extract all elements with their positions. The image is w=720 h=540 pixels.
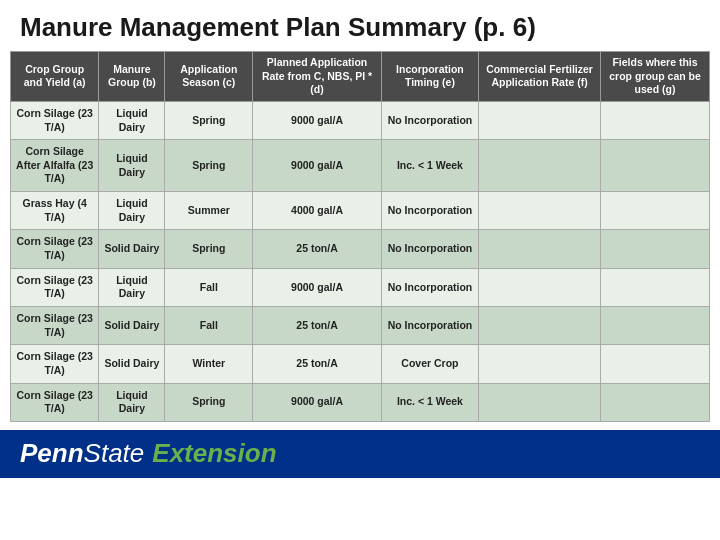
table-cell: Corn Silage (23 T/A)	[11, 383, 99, 421]
table-cell	[479, 101, 601, 139]
table-cell: Inc. < 1 Week	[381, 140, 478, 192]
table-cell: 9000 gal/A	[253, 101, 382, 139]
table-cell: Corn Silage After Alfalfa (23 T/A)	[11, 140, 99, 192]
table-cell: No Incorporation	[381, 192, 478, 230]
column-header: Application Season (c)	[165, 52, 253, 102]
table-cell: Spring	[165, 101, 253, 139]
table-cell	[479, 192, 601, 230]
column-header: Commercial Fertilizer Application Rate (…	[479, 52, 601, 102]
logo-extension: Extension	[152, 438, 276, 469]
table-cell: Corn Silage (23 T/A)	[11, 230, 99, 268]
table-cell	[601, 230, 710, 268]
table-cell: Solid Dairy	[99, 345, 165, 383]
summary-table: Crop Group and Yield (a)Manure Group (b)…	[10, 51, 710, 422]
table-cell: 25 ton/A	[253, 306, 382, 344]
column-header: Crop Group and Yield (a)	[11, 52, 99, 102]
table-cell: Summer	[165, 192, 253, 230]
table-cell	[601, 345, 710, 383]
table-row: Grass Hay (4 T/A)Liquid DairySummer4000 …	[11, 192, 710, 230]
logo-state: State	[84, 438, 145, 469]
table-row: Corn Silage (23 T/A)Solid DairyWinter25 …	[11, 345, 710, 383]
table-cell: Spring	[165, 383, 253, 421]
table-cell: No Incorporation	[381, 101, 478, 139]
table-cell: 9000 gal/A	[253, 383, 382, 421]
logo: Penn State Extension	[20, 438, 277, 469]
table-cell	[479, 230, 601, 268]
table-row: Corn Silage (23 T/A)Liquid DairySpring90…	[11, 101, 710, 139]
table-cell: Corn Silage (23 T/A)	[11, 345, 99, 383]
logo-penn: Penn	[20, 438, 84, 469]
table-cell: No Incorporation	[381, 230, 478, 268]
table-cell: Spring	[165, 230, 253, 268]
column-header: Manure Group (b)	[99, 52, 165, 102]
table-cell: Liquid Dairy	[99, 140, 165, 192]
table-cell	[479, 268, 601, 306]
table-cell: 4000 gal/A	[253, 192, 382, 230]
table-cell	[479, 306, 601, 344]
table-cell: Inc. < 1 Week	[381, 383, 478, 421]
table-cell: Liquid Dairy	[99, 383, 165, 421]
table-cell: Corn Silage (23 T/A)	[11, 306, 99, 344]
table-cell: Liquid Dairy	[99, 192, 165, 230]
table-cell	[601, 140, 710, 192]
table-cell	[601, 192, 710, 230]
table-cell: Fall	[165, 268, 253, 306]
table-row: Corn Silage After Alfalfa (23 T/A)Liquid…	[11, 140, 710, 192]
column-header: Fields where this crop group can be used…	[601, 52, 710, 102]
table-cell: 25 ton/A	[253, 230, 382, 268]
table-cell	[479, 140, 601, 192]
footer: Penn State Extension	[0, 430, 720, 478]
table-cell: 9000 gal/A	[253, 140, 382, 192]
table-cell: Corn Silage (23 T/A)	[11, 101, 99, 139]
table-cell	[479, 345, 601, 383]
table-cell: Grass Hay (4 T/A)	[11, 192, 99, 230]
table-cell: 25 ton/A	[253, 345, 382, 383]
column-header: Incorporation Timing (e)	[381, 52, 478, 102]
table-row: Corn Silage (23 T/A)Liquid DairyFall9000…	[11, 268, 710, 306]
table-cell: Winter	[165, 345, 253, 383]
table-cell: Corn Silage (23 T/A)	[11, 268, 99, 306]
table-cell: No Incorporation	[381, 306, 478, 344]
table-cell: Fall	[165, 306, 253, 344]
table-cell: No Incorporation	[381, 268, 478, 306]
table-cell	[479, 383, 601, 421]
table-cell	[601, 306, 710, 344]
table-cell: Liquid Dairy	[99, 101, 165, 139]
table-cell	[601, 268, 710, 306]
table-row: Corn Silage (23 T/A)Solid DairySpring25 …	[11, 230, 710, 268]
table-cell: Cover Crop	[381, 345, 478, 383]
table-cell	[601, 383, 710, 421]
table-cell: Liquid Dairy	[99, 268, 165, 306]
table-cell	[601, 101, 710, 139]
table-cell: Spring	[165, 140, 253, 192]
table-cell: Solid Dairy	[99, 230, 165, 268]
table-row: Corn Silage (23 T/A)Solid DairyFall25 to…	[11, 306, 710, 344]
table-row: Corn Silage (23 T/A)Liquid DairySpring90…	[11, 383, 710, 421]
column-header: Planned Application Rate from C, NBS, PI…	[253, 52, 382, 102]
table-cell: Solid Dairy	[99, 306, 165, 344]
table-cell: 9000 gal/A	[253, 268, 382, 306]
table-container: Crop Group and Yield (a)Manure Group (b)…	[0, 51, 720, 422]
page-title: Manure Management Plan Summary (p. 6)	[0, 0, 720, 51]
